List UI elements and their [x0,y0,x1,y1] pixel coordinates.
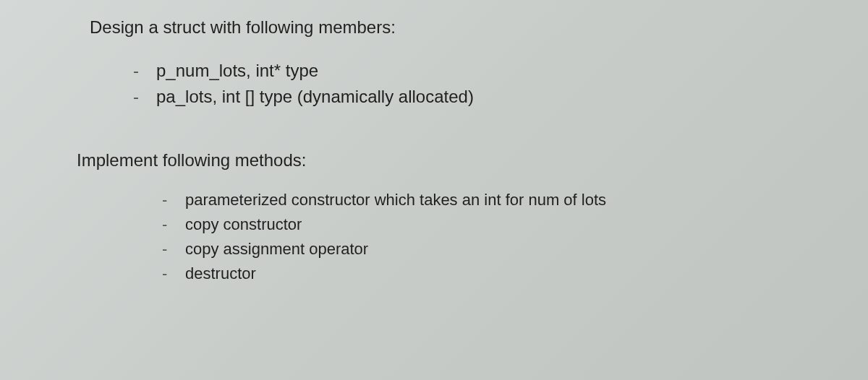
list-item-text: destructor [185,262,868,286]
section1-heading: Design a struct with following members: [90,17,868,38]
section2-heading: Implement following methods: [77,150,868,170]
section2-list: - parameterized constructor which takes … [162,188,868,286]
list-item: - destructor [162,262,868,286]
list-item-text: copy constructor [185,212,868,237]
bullet-icon: - [162,212,185,237]
bullet-icon: - [133,58,156,84]
list-item-text: pa_lots, int [] type (dynamically alloca… [156,84,868,110]
bullet-icon: - [162,188,185,212]
list-item-text: copy assignment operator [185,237,868,262]
list-item-text: parameterized constructor which takes an… [185,188,868,212]
list-item: - parameterized constructor which takes … [162,188,868,212]
list-item: - pa_lots, int [] type (dynamically allo… [133,84,868,110]
bullet-icon: - [162,262,185,286]
bullet-icon: - [162,237,185,262]
list-item: - copy constructor [162,212,868,237]
list-item: - copy assignment operator [162,237,868,262]
bullet-icon: - [133,84,156,110]
section1-list: - p_num_lots, int* type - pa_lots, int [… [133,58,868,110]
list-item: - p_num_lots, int* type [133,58,868,84]
list-item-text: p_num_lots, int* type [156,58,868,84]
